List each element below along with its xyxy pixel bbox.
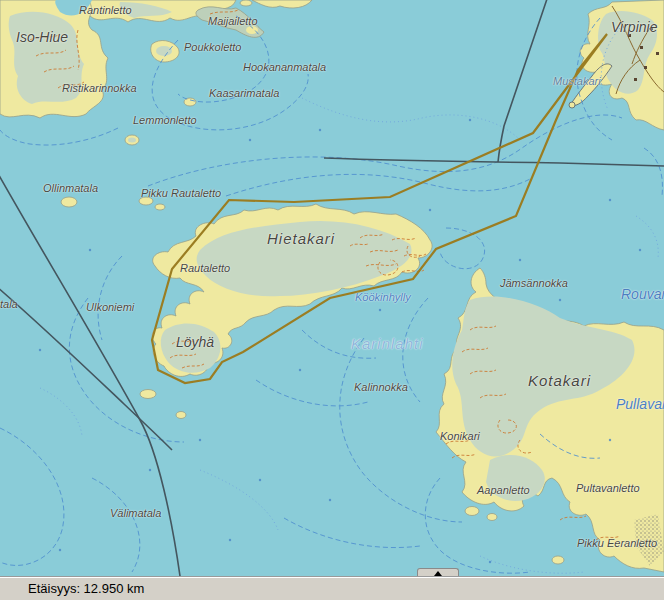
map-label-tala-cut: tala: [0, 298, 18, 310]
map-label-pullavan-cut: Pullavan: [616, 396, 664, 412]
map-label-valimatala: Välimatala: [110, 507, 161, 519]
map-label-virpiniemi-cut: Virpinie: [611, 19, 657, 35]
map-label-karinlahti: Karinlahti: [351, 335, 424, 352]
map-label-aapanletto: Aapanletto: [477, 484, 530, 496]
map-label-konikari: Konikari: [440, 430, 480, 442]
map-label-lemmonletto: Lemmonletto: [133, 114, 197, 126]
distance-status-text: Etäisyys: 12.950 km: [28, 581, 144, 596]
map-label-rantinletto: Rantinletto: [79, 4, 132, 16]
map-label-pikku-rautaletto: Pikku Rautaletto: [141, 187, 221, 199]
map-label-kookinhylly: Köökinhylly: [355, 291, 411, 303]
map-label-ollinmatala: Ollinmatala: [43, 182, 98, 194]
map-label-kaasarimatala: Kaasarimatala: [209, 87, 279, 99]
map-viewport[interactable]: Rantinletto Maijailetto Poukkoletto Hook…: [0, 0, 664, 576]
map-label-mustakari: Mustakari: [553, 75, 601, 87]
map-label-ristikarinnokka: Ristikarinnokka: [62, 82, 137, 94]
map-label-poukkoletto: Poukkoletto: [184, 41, 241, 53]
map-label-kotakari: Kotakari: [528, 372, 591, 389]
map-label-hookananmatala: Hookananmatala: [243, 61, 326, 73]
map-application-window: Rantinletto Maijailetto Poukkoletto Hook…: [0, 0, 664, 600]
map-label-pultavanletto: Pultavanletto: [576, 482, 640, 494]
map-label-maijailetto: Maijailetto: [208, 15, 258, 27]
map-label-jamsannokka: Jämsännokka: [500, 277, 568, 289]
map-label-kalinnokka: Kalinnokka: [354, 381, 408, 393]
map-label-iso-hiue: Iso-Hiue: [16, 29, 68, 45]
status-bar: Etäisyys: 12.950 km: [0, 576, 664, 600]
map-label-ulkoniemi: Ulkoniemi: [86, 301, 134, 313]
map-label-hietakari: Hietakari: [267, 230, 335, 247]
map-label-pikku-eeranletto: Pikku Eeranletto: [577, 537, 657, 549]
map-label-rouvans-cut: Rouvans: [621, 286, 664, 302]
map-label-rautaletto: Rautaletto: [180, 262, 230, 274]
map-label-loyha: Löyhä: [176, 334, 214, 350]
